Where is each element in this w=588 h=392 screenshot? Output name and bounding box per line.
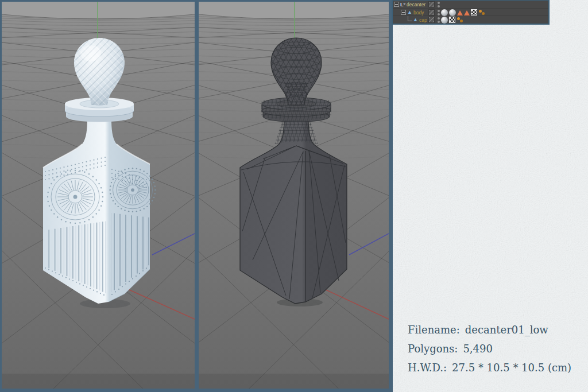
info-line-dimensions: H.W.D.:27.5 * 10.5 * 10.5 (cm) — [408, 358, 571, 377]
viewport-wireframe[interactable] — [199, 2, 389, 389]
material-tag-icon[interactable] — [441, 17, 448, 24]
app-window: Filename:decanter01_low Polygons:5,490 H… — [0, 0, 588, 392]
object-label-body[interactable]: body — [413, 10, 424, 15]
visibility-dots-icon[interactable] — [436, 17, 441, 23]
selection-tag-icon[interactable] — [464, 10, 470, 15]
object-manager-panel: decanter body cap — [392, 0, 550, 25]
expand-toggle-icon[interactable] — [394, 2, 399, 7]
polygon-object-icon — [413, 17, 418, 22]
info-line-filename: Filename:decanter01_low — [408, 320, 571, 339]
uvw-tag-icon[interactable] — [449, 17, 455, 23]
material-tag-icon[interactable] — [449, 9, 456, 16]
model-info: Filename:decanter01_low Polygons:5,490 H… — [408, 320, 571, 377]
dimensions-label: H.W.D.: — [408, 362, 447, 374]
polygons-value: 5,490 — [463, 343, 493, 355]
polygons-label: Polygons: — [408, 343, 458, 355]
dimensions-value: 27.5 * 10.5 * 10.5 (cm) — [452, 362, 571, 374]
viewport-canvas-shaded[interactable] — [2, 2, 195, 389]
visibility-dots-icon[interactable] — [436, 2, 441, 7]
polygon-object-icon — [407, 10, 412, 15]
uvw-tag-icon[interactable] — [471, 9, 477, 15]
material-tag-icon[interactable] — [441, 9, 448, 16]
object-label-cap[interactable]: cap — [419, 17, 427, 23]
filename-label: Filename: — [408, 324, 460, 336]
info-line-polygons: Polygons:5,490 — [408, 339, 571, 358]
object-row-cap[interactable]: cap — [393, 15, 548, 23]
tree-connector — [408, 16, 412, 21]
layer-toggle-icon[interactable] — [428, 1, 435, 7]
expand-toggle-icon[interactable] — [401, 10, 406, 15]
filename-value: decanter01_low — [465, 324, 548, 336]
info-panel: Filename:decanter01_low Polygons:5,490 H… — [393, 0, 588, 392]
layer-toggle-icon[interactable] — [428, 17, 435, 23]
layer-toggle-icon[interactable] — [428, 9, 435, 15]
null-object-icon — [400, 2, 405, 7]
object-row-decanter[interactable]: decanter — [393, 1, 548, 8]
viewport-canvas-wireframe[interactable] — [199, 2, 389, 389]
selection-tag-icon[interactable] — [457, 10, 463, 15]
object-row-body[interactable]: body — [393, 8, 548, 15]
point-selection-tag-icon[interactable] — [457, 17, 463, 24]
object-label-decanter[interactable]: decanter — [407, 2, 425, 7]
visibility-dots-icon[interactable] — [436, 10, 441, 15]
viewport-shaded[interactable] — [2, 2, 195, 389]
point-selection-tag-icon[interactable] — [478, 9, 485, 16]
